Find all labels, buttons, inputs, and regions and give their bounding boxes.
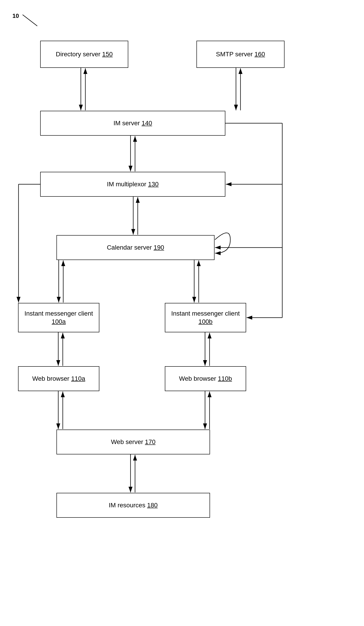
calendar-server-num: 190	[154, 244, 164, 251]
web-browser-b-num: 110b	[218, 375, 232, 382]
smtp-server-box: SMTP server 160	[197, 41, 285, 68]
smtp-server-label: SMTP server 160	[216, 50, 265, 58]
web-browser-b-box: Web browser 110b	[165, 366, 246, 391]
web-browser-a-num: 110a	[71, 375, 85, 382]
im-server-num: 140	[142, 119, 152, 127]
web-server-box: Web server 170	[57, 430, 210, 454]
calendar-server-box: Calendar server 190	[57, 235, 215, 260]
im-multiplexor-num: 130	[148, 181, 159, 188]
im-client-b-box: Instant messenger client100b	[165, 303, 246, 332]
im-resources-label: IM resources 180	[109, 501, 158, 509]
svg-line-0	[23, 15, 37, 26]
web-browser-b-label: Web browser 110b	[179, 375, 232, 383]
directory-server-label: Directory server 150	[56, 50, 113, 58]
im-client-b-label: Instant messenger client100b	[171, 310, 240, 326]
diagram: 10 Directory server 150 SMTP server 160 …	[0, 0, 364, 626]
directory-server-box: Directory server 150	[40, 41, 128, 68]
im-multiplexor-label: IM multiplexor 130	[107, 180, 159, 188]
calendar-self-loop	[215, 233, 230, 253]
im-client-a-label: Instant messenger client100a	[24, 310, 93, 326]
im-server-label: IM server 140	[113, 119, 152, 127]
im-client-a-num: 100a	[52, 318, 66, 325]
im-server-box: IM server 140	[40, 111, 225, 136]
fig-label-arrow	[0, 0, 45, 27]
calendar-server-label: Calendar server 190	[107, 243, 164, 252]
directory-server-num: 150	[102, 51, 113, 58]
im-resources-box: IM resources 180	[57, 493, 210, 518]
im-client-a-box: Instant messenger client100a	[18, 303, 99, 332]
im-client-b-num: 100b	[199, 318, 212, 325]
web-server-num: 170	[145, 438, 156, 445]
web-browser-a-label: Web browser 110a	[32, 375, 85, 383]
smtp-server-num: 160	[255, 51, 265, 58]
web-server-label: Web server 170	[111, 438, 155, 446]
im-resources-num: 180	[147, 502, 158, 509]
web-browser-a-box: Web browser 110a	[18, 366, 99, 391]
im-multiplexor-box: IM multiplexor 130	[40, 172, 225, 197]
